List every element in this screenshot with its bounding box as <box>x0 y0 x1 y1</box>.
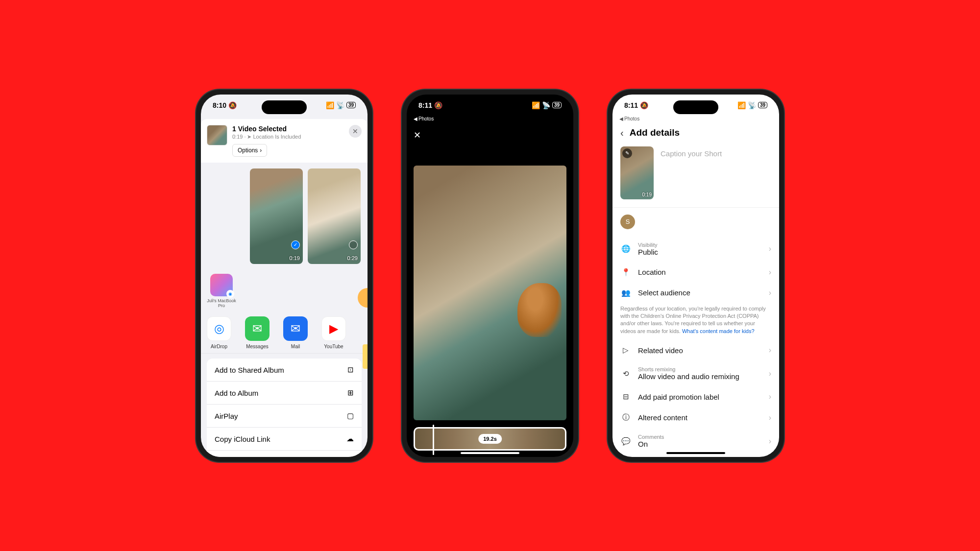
media-picker-row[interactable]: ✓ 0:19 0:29 <box>201 163 368 270</box>
album-icon: ⊞ <box>347 388 354 397</box>
selection-circle-icon <box>349 240 358 249</box>
altered-content-row[interactable]: ⓘ Altered content › <box>620 407 771 428</box>
remix-row[interactable]: ⟲ Shorts remixing Allow video and audio … <box>620 360 771 386</box>
play-icon: ▷ <box>620 346 631 355</box>
mail-icon: ✉ <box>283 316 308 341</box>
battery-icon: 39 <box>346 102 356 108</box>
back-to-app[interactable]: ◀ Photos <box>612 116 779 121</box>
chevron-right-icon: › <box>769 413 771 422</box>
avatar: S <box>620 215 635 229</box>
info-icon: ⓘ <box>620 413 631 422</box>
dynamic-island <box>262 100 307 114</box>
comment-icon: 💬 <box>620 437 631 446</box>
location-row[interactable]: 📍 Location › <box>620 262 771 283</box>
share-sheet-header: 1 Video Selected 0:19 · ➤ Location Is In… <box>201 119 368 163</box>
battery-icon: 39 <box>758 102 767 108</box>
page-header: ‹ Add details <box>612 121 779 144</box>
page-title: Add details <box>630 127 680 138</box>
coppa-disclaimer: Regardless of your location, you're lega… <box>612 303 779 340</box>
close-icon: ✕ <box>352 127 358 135</box>
back-to-app[interactable]: ◀ Photos <box>407 116 573 121</box>
action-airplay[interactable]: AirPlay ▢ <box>207 405 362 428</box>
airdrop-target[interactable]: ◉ Juli's MacBook Pro <box>207 274 236 309</box>
audience-row[interactable]: 👥 Select audience › <box>620 283 771 303</box>
status-time: 8:11 <box>418 101 432 109</box>
chevron-right-icon: › <box>769 346 771 355</box>
silent-icon: 🔕 <box>434 101 442 109</box>
dynamic-island <box>673 100 718 114</box>
messages-icon: ✉ <box>245 316 270 341</box>
options-button[interactable]: Options › <box>232 144 267 157</box>
silent-icon: 🔕 <box>640 101 648 109</box>
status-time: 8:11 <box>624 101 638 109</box>
visibility-row[interactable]: 🌐 Visibility Public › <box>620 236 771 262</box>
trim-duration-badge: 19.2s <box>478 434 502 444</box>
dynamic-island <box>467 100 513 114</box>
share-location: Location Is Included <box>253 134 301 140</box>
chevron-right-icon: › <box>260 147 262 154</box>
chevron-right-icon: › <box>769 268 771 277</box>
home-indicator[interactable] <box>461 452 519 454</box>
chevron-right-icon: › <box>769 288 771 297</box>
wifi-icon: 📡 <box>336 101 344 109</box>
chevron-right-icon: › <box>769 392 771 401</box>
channel-row[interactable]: S <box>612 208 779 236</box>
airdrop-badge-icon: ◉ <box>226 290 234 298</box>
back-button[interactable]: ‹ <box>620 127 624 139</box>
notes-app-peek[interactable] <box>363 344 368 369</box>
silent-icon: 🔕 <box>228 101 237 109</box>
action-shared-album[interactable]: Add to Shared Album ⊡ <box>207 359 362 382</box>
location-icon: ➤ <box>247 134 251 140</box>
action-icloud-link[interactable]: Copy iCloud Link ☁ <box>207 428 362 451</box>
airdrop-avatar: ◉ <box>210 274 233 296</box>
remix-icon: ⟲ <box>620 369 631 378</box>
battery-icon: 39 <box>552 102 562 108</box>
app-messages[interactable]: ✉ Messages <box>245 316 270 349</box>
contact-peek[interactable] <box>358 288 368 308</box>
share-duration: 0:19 <box>232 134 243 140</box>
money-icon: ⊟ <box>620 392 631 401</box>
globe-icon: 🌐 <box>620 244 631 253</box>
action-export-original[interactable]: Export Unmodified Original 📁 <box>207 451 362 456</box>
close-button[interactable]: ✕ <box>414 130 421 141</box>
media-item-selected[interactable]: ✓ 0:19 <box>250 168 303 264</box>
related-video-row[interactable]: ▷ Related video › <box>620 340 771 360</box>
checkmark-icon: ✓ <box>291 240 300 249</box>
status-time: 8:10 <box>213 101 226 109</box>
cloud-link-icon: ☁ <box>346 434 354 443</box>
home-indicator[interactable] <box>666 452 725 454</box>
edit-icon: ✎ <box>622 148 632 158</box>
video-trimmer[interactable]: 19.2s <box>414 427 566 451</box>
app-mail[interactable]: ✉ Mail <box>283 316 308 349</box>
signal-icon: 📶 <box>326 101 334 109</box>
video-preview[interactable] <box>414 166 566 420</box>
comments-row[interactable]: 💬 Comments On › <box>620 428 771 454</box>
phone-video-trim: 8:11 🔕 📶 📡 39 ◀ Photos ✕ 19.2s Choose a … <box>402 90 578 462</box>
caption-input[interactable]: Caption your Short <box>661 146 722 199</box>
details-list-2: ▷ Related video › ⟲ Shorts remixing Allo… <box>612 340 779 454</box>
airdrop-icon: ◎ <box>207 316 231 341</box>
app-airdrop[interactable]: ◎ AirDrop <box>207 316 231 349</box>
chevron-right-icon: › <box>769 244 771 253</box>
caption-section: ✎ 0:19 Caption your Short <box>612 144 779 208</box>
paid-promo-row[interactable]: ⊟ Add paid promotion label › <box>620 386 771 407</box>
airdrop-row: ◉ Juli's MacBook Pro <box>201 270 368 313</box>
close-icon: ✕ <box>414 130 421 140</box>
app-youtube[interactable]: ▶ YouTube <box>321 316 346 349</box>
pin-icon: 📍 <box>620 268 631 277</box>
back-chevron-icon: ◀ <box>619 116 623 121</box>
back-chevron-icon: ◀ <box>414 116 417 121</box>
coppa-link[interactable]: What's content made for kids? <box>682 328 755 334</box>
video-thumbnail[interactable]: ✎ 0:19 <box>620 146 654 199</box>
action-add-album[interactable]: Add to Album ⊞ <box>207 382 362 405</box>
share-thumbnail <box>207 125 227 145</box>
signal-icon: 📶 <box>532 101 540 109</box>
phone-add-details: 8:11 🔕 📶 📡 39 ◀ Photos ‹ Add details ✎ 0… <box>608 90 784 462</box>
playhead-handle[interactable] <box>433 425 434 455</box>
media-item[interactable]: 0:29 <box>308 168 361 264</box>
chevron-right-icon: › <box>769 437 771 446</box>
thumb-duration: 0:19 <box>642 192 652 197</box>
signal-icon: 📶 <box>737 101 746 109</box>
close-button[interactable]: ✕ <box>349 125 362 138</box>
share-actions-list: Add to Shared Album ⊡ Add to Album ⊞ Air… <box>207 359 362 456</box>
